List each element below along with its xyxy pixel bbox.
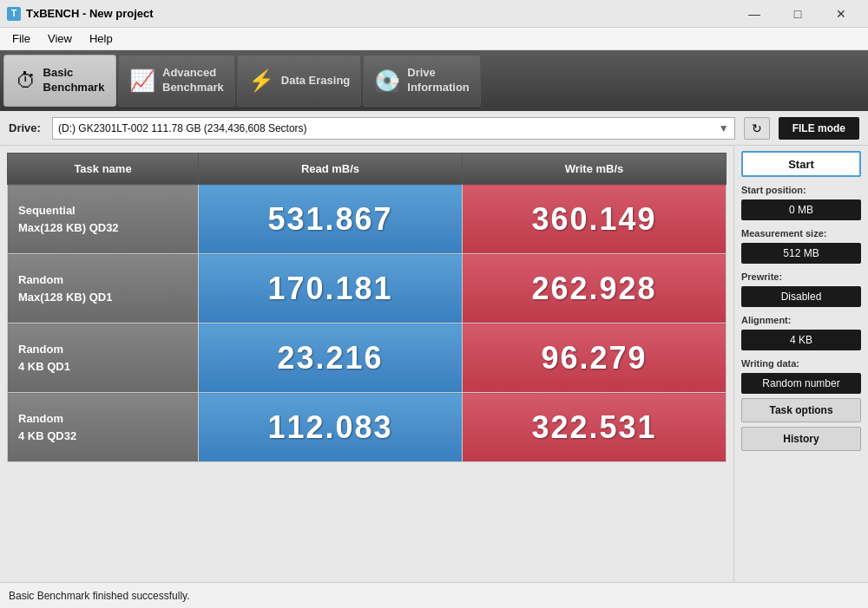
drive-select[interactable]: (D:) GK2301LT-002 111.78 GB (234,436,608… xyxy=(52,117,735,140)
task-cell-1: RandomMax(128 KB) QD1 xyxy=(8,254,199,324)
task-cell-3: Random4 KB QD32 xyxy=(8,393,199,462)
drive-label: Drive: xyxy=(9,121,43,134)
write-value: 96.279 xyxy=(541,340,647,376)
write-value: 262.928 xyxy=(531,271,656,306)
tab-basic-benchmark[interactable]: ⏱ BasicBenchmark xyxy=(3,55,116,107)
status-bar: Basic Benchmark finished successfully. xyxy=(0,582,868,608)
write-cell-0: 360.149 xyxy=(463,185,727,254)
close-button[interactable]: ✕ xyxy=(821,3,861,25)
writing-data-value: Random number xyxy=(741,373,861,394)
main-content: Task name Read mB/s Write mB/s Sequentia… xyxy=(0,146,868,582)
read-value: 170.181 xyxy=(267,271,392,306)
read-value: 531.867 xyxy=(267,201,392,237)
table-row: Random4 KB QD32112.083322.531 xyxy=(8,393,727,462)
window-title: TxBENCH - New project xyxy=(26,7,154,20)
task-name: 4 KB QD32 xyxy=(18,429,76,442)
menu-help[interactable]: Help xyxy=(81,30,122,47)
drive-select-text: (D:) GK2301LT-002 111.78 GB (234,436,608… xyxy=(58,122,307,134)
tab-advanced-benchmark[interactable]: 📈 AdvancedBenchmark xyxy=(118,55,235,107)
menu-file[interactable]: File xyxy=(3,30,39,47)
alignment-label: Alignment: xyxy=(741,315,861,325)
read-cell-1: 170.181 xyxy=(199,254,463,324)
file-mode-button[interactable]: FILE mode xyxy=(779,117,859,140)
task-name: Random xyxy=(18,273,63,286)
app-icon: T xyxy=(7,7,21,21)
col-write: Write mB/s xyxy=(463,154,727,185)
task-cell-0: SequentialMax(128 KB) QD32 xyxy=(8,185,199,254)
benchmark-table: Task name Read mB/s Write mB/s Sequentia… xyxy=(7,153,727,462)
task-name: Max(128 KB) QD32 xyxy=(18,221,119,234)
task-name: Max(128 KB) QD1 xyxy=(18,291,112,304)
benchmark-area: Task name Read mB/s Write mB/s Sequentia… xyxy=(0,146,733,582)
menu-view[interactable]: View xyxy=(39,30,81,47)
task-name: Sequential xyxy=(18,204,76,217)
history-button[interactable]: History xyxy=(741,427,861,451)
measurement-size-value: 512 MB xyxy=(741,243,861,264)
task-name: Random xyxy=(18,412,63,425)
read-cell-0: 531.867 xyxy=(199,185,463,254)
col-task-name: Task name xyxy=(8,154,199,185)
basic-benchmark-icon: ⏱ xyxy=(16,70,36,91)
start-position-label: Start position: xyxy=(741,185,861,195)
drive-information-icon: 💽 xyxy=(374,70,400,91)
tab-data-erasing[interactable]: ⚡ Data Erasing xyxy=(237,55,361,107)
writing-data-label: Writing data: xyxy=(741,358,861,369)
toolbar: ⏱ BasicBenchmark 📈 AdvancedBenchmark ⚡ D… xyxy=(0,50,868,111)
tab-erasing-label: Data Erasing xyxy=(281,74,350,88)
tab-drive-information[interactable]: 💽 DriveInformation xyxy=(363,55,481,107)
prewrite-label: Prewrite: xyxy=(741,271,861,282)
status-message: Basic Benchmark finished successfully. xyxy=(9,590,190,602)
maximize-button[interactable]: □ xyxy=(778,3,818,25)
start-button[interactable]: Start xyxy=(741,151,861,177)
start-position-value: 0 MB xyxy=(741,199,861,220)
read-value: 23.216 xyxy=(277,340,383,376)
col-read: Read mB/s xyxy=(199,154,463,185)
right-panel: Start Start position: 0 MB Measurement s… xyxy=(733,146,868,582)
task-options-button[interactable]: Task options xyxy=(741,398,861,422)
read-cell-3: 112.083 xyxy=(199,393,463,462)
prewrite-value: Disabled xyxy=(741,286,861,307)
advanced-benchmark-icon: 📈 xyxy=(129,70,155,91)
write-cell-2: 96.279 xyxy=(463,324,727,393)
tab-drive-label: DriveInformation xyxy=(407,66,470,95)
drive-refresh-button[interactable]: ↻ xyxy=(744,117,770,140)
minimize-button[interactable]: — xyxy=(734,3,774,25)
write-cell-3: 322.531 xyxy=(463,393,727,462)
table-row: SequentialMax(128 KB) QD32531.867360.149 xyxy=(8,185,727,254)
alignment-value: 4 KB xyxy=(741,330,861,350)
drive-dropdown-arrow: ▼ xyxy=(719,122,729,134)
table-row: RandomMax(128 KB) QD1170.181262.928 xyxy=(8,254,727,324)
table-header-row: Task name Read mB/s Write mB/s xyxy=(8,154,727,185)
read-cell-2: 23.216 xyxy=(199,324,463,393)
table-row: Random4 KB QD123.21696.279 xyxy=(8,324,727,393)
data-erasing-icon: ⚡ xyxy=(248,70,274,91)
title-bar-controls: — □ ✕ xyxy=(734,3,861,25)
write-value: 322.531 xyxy=(531,409,656,445)
task-cell-2: Random4 KB QD1 xyxy=(8,324,199,393)
read-value: 112.083 xyxy=(267,409,392,445)
drive-bar: Drive: (D:) GK2301LT-002 111.78 GB (234,… xyxy=(0,111,868,146)
task-name: Random xyxy=(18,343,63,356)
menu-bar: File View Help xyxy=(0,28,868,50)
measurement-size-label: Measurement size: xyxy=(741,228,861,239)
title-bar-left: T TxBENCH - New project xyxy=(7,7,154,21)
write-value: 360.149 xyxy=(531,201,656,237)
tab-advanced-label: AdvancedBenchmark xyxy=(162,66,224,95)
write-cell-1: 262.928 xyxy=(463,254,727,324)
title-bar: T TxBENCH - New project — □ ✕ xyxy=(0,0,868,28)
tab-basic-label: BasicBenchmark xyxy=(43,66,105,95)
task-name: 4 KB QD1 xyxy=(18,360,70,373)
